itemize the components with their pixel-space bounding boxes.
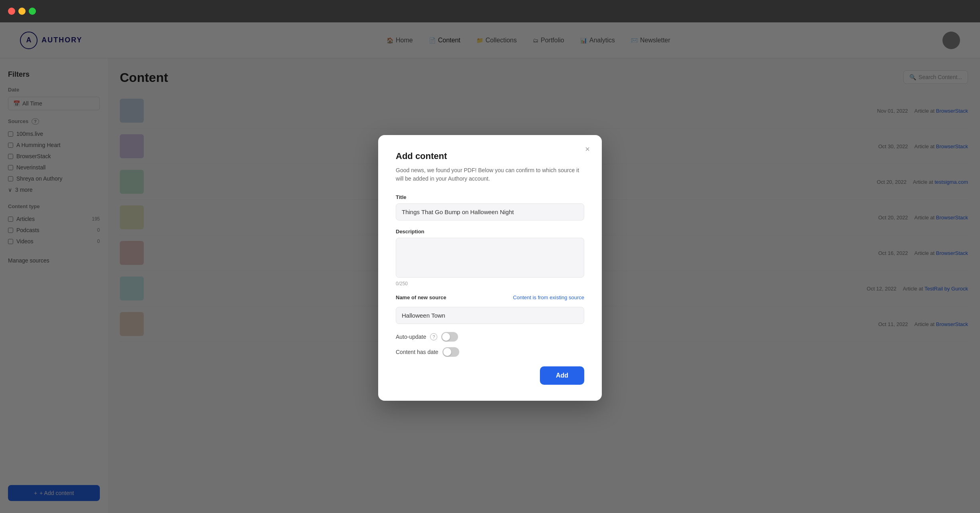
modal-close-button[interactable]: × xyxy=(581,143,594,156)
description-label: Description xyxy=(396,229,584,235)
minimize-dot[interactable] xyxy=(18,8,26,15)
auto-update-slider xyxy=(441,332,458,342)
existing-source-link[interactable]: Content is from existing source xyxy=(513,294,584,300)
title-label: Title xyxy=(396,194,584,200)
add-button[interactable]: Add xyxy=(540,366,584,385)
auto-update-toggle[interactable] xyxy=(441,332,458,342)
modal-description: Good news, we found your PDF! Below you … xyxy=(396,166,584,183)
source-row: Name of new source Content is from exist… xyxy=(396,294,584,300)
source-input[interactable] xyxy=(396,307,584,324)
content-has-date-slider xyxy=(442,347,459,357)
char-count: 0/250 xyxy=(396,281,584,286)
source-label: Name of new source xyxy=(396,294,446,300)
title-input[interactable] xyxy=(396,203,584,221)
modal-footer: Add xyxy=(396,366,584,385)
content-has-date-toggle[interactable] xyxy=(442,347,459,357)
close-icon: × xyxy=(585,145,590,154)
add-content-modal: × Add content Good news, we found your P… xyxy=(378,135,602,401)
content-has-date-row: Content has date xyxy=(396,347,584,357)
modal-title: Add content xyxy=(396,151,584,161)
content-has-date-label: Content has date xyxy=(396,349,438,355)
auto-update-row: Auto-update ? xyxy=(396,332,584,342)
modal-overlay: × Add content Good news, we found your P… xyxy=(0,22,980,513)
auto-update-label: Auto-update xyxy=(396,334,426,340)
description-textarea[interactable] xyxy=(396,238,584,278)
auto-update-help-icon[interactable]: ? xyxy=(430,333,437,340)
browser-chrome xyxy=(0,0,980,22)
close-dot[interactable] xyxy=(8,8,15,15)
maximize-dot[interactable] xyxy=(29,8,36,15)
